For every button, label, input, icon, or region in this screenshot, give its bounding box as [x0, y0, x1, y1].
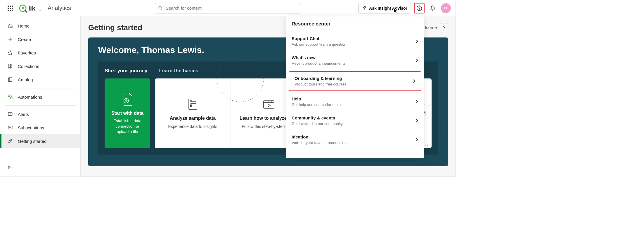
sidebar-item-label: Subscriptions [18, 125, 44, 130]
card-analyze-sample-data[interactable]: Analyze sample data Experience data to i… [155, 78, 231, 148]
file-upload-icon [121, 92, 134, 107]
sidebar-item-label: Create [18, 37, 31, 42]
collapse-icon [7, 165, 13, 169]
svg-line-6 [161, 9, 162, 10]
topbar: lik Analytics Ask Insight Advisor [0, 0, 456, 16]
sidebar-item-alerts[interactable]: Alerts [0, 107, 80, 121]
chevron-right-icon [416, 100, 418, 104]
sidebar-item-label: Automations [18, 95, 42, 100]
card-start-with-data[interactable]: Start with data Establish a data connect… [105, 78, 150, 148]
sidebar-item-create[interactable]: Create [0, 32, 80, 46]
resource-center-popover: Resource center Support Chat Ask our sup… [286, 16, 424, 158]
sidebar-item-label: Home [18, 23, 30, 28]
svg-text:lik: lik [28, 5, 36, 12]
svg-point-4 [39, 10, 41, 11]
chevron-right-icon [413, 79, 416, 83]
app-launcher-button[interactable] [5, 3, 15, 13]
sidebar-item-label: Alerts [18, 112, 29, 117]
brand-section: Analytics [48, 5, 71, 11]
chevron-right-icon [416, 138, 418, 142]
svg-point-5 [159, 6, 161, 9]
rc-item-support-chat[interactable]: Support Chat Ask our support team a ques… [286, 32, 424, 51]
svg-rect-16 [11, 97, 12, 99]
video-icon [262, 97, 275, 112]
apps-grid-icon [8, 6, 13, 11]
card-title: Start with data [111, 111, 143, 116]
sidebar-item-favorites[interactable]: Favorites [0, 46, 80, 59]
journey-tab-start[interactable]: Start your journey [105, 68, 147, 74]
svg-line-2 [25, 11, 27, 12]
compress-icon [442, 25, 446, 29]
catalog-icon [7, 77, 13, 82]
rc-item-whats-new[interactable]: What's new Recent product announcements [286, 51, 424, 70]
global-search[interactable] [155, 3, 301, 13]
sidebar-item-home[interactable]: Home [0, 19, 80, 32]
bell-icon [430, 5, 436, 11]
sidebar-item-label: Getting started [18, 139, 46, 144]
svg-point-19 [10, 115, 11, 115]
svg-rect-13 [8, 78, 12, 82]
home-icon [7, 23, 13, 28]
sidebar-item-collections[interactable]: Collections [0, 59, 80, 73]
welcome-strip: lcome [425, 23, 448, 31]
svg-rect-29 [190, 101, 191, 102]
chevron-right-icon [416, 58, 418, 62]
rc-item-community-events[interactable]: Community & events Get involved in our c… [286, 111, 424, 130]
notifications-button[interactable] [427, 3, 438, 13]
journey-tab-basics[interactable]: Learn the basics [159, 68, 198, 74]
bookmark-icon [7, 64, 13, 69]
card-desc: Experience data to insights [168, 124, 217, 130]
collapse-hero-button[interactable] [440, 23, 448, 31]
svg-point-8 [419, 9, 420, 10]
svg-point-21 [10, 140, 11, 141]
chevron-right-icon [416, 39, 418, 43]
automation-icon [7, 94, 13, 100]
svg-rect-33 [190, 105, 191, 107]
list-icon [187, 97, 199, 112]
svg-marker-40 [268, 104, 270, 107]
sidebar-item-label: Favorites [18, 50, 36, 55]
svg-point-9 [11, 26, 12, 28]
sparkle-icon [362, 6, 367, 11]
sidebar-item-automations[interactable]: Automations [0, 90, 80, 104]
sidebar-collapse-button[interactable] [0, 161, 80, 174]
search-input[interactable] [166, 6, 298, 11]
sidebar-item-catalog[interactable]: Catalog [0, 73, 80, 86]
ask-insight-advisor-button[interactable]: Ask Insight Advisor [358, 3, 411, 13]
svg-rect-15 [8, 95, 10, 97]
rc-item-help[interactable]: Help Get help and search for topics [286, 92, 424, 111]
search-icon [158, 6, 163, 11]
svg-point-1 [22, 7, 24, 9]
sidebar-item-subscriptions[interactable]: Subscriptions [0, 121, 80, 134]
rocket-icon [7, 138, 13, 144]
qlik-logo-icon: lik [19, 4, 41, 13]
user-avatar[interactable]: TL [441, 3, 451, 13]
star-icon [7, 50, 13, 55]
card-title: Analyze sample data [170, 116, 216, 121]
help-button[interactable] [414, 3, 425, 13]
brand-logo[interactable]: lik Analytics [19, 4, 71, 13]
mail-icon [7, 125, 13, 130]
plus-icon [7, 37, 13, 42]
rc-item-ideation[interactable]: Ideation Vote for your favorite product … [286, 130, 424, 149]
svg-rect-31 [190, 103, 191, 104]
help-icon [416, 5, 422, 11]
sidebar-item-getting-started[interactable]: Getting started [0, 134, 80, 148]
chevron-right-icon [416, 119, 418, 123]
rc-item-onboarding-learning[interactable]: Onboarding & learning Product tours and … [289, 71, 421, 91]
resource-center-title: Resource center [286, 16, 424, 32]
alert-icon [7, 112, 13, 117]
svg-marker-12 [8, 51, 13, 55]
sidebar-item-label: Collections [18, 64, 39, 69]
sidebar: Home Create Favorites Collections Catalo [0, 16, 81, 177]
sidebar-item-label: Catalog [18, 77, 33, 82]
card-desc: Establish a data connection or upload a … [109, 118, 146, 135]
